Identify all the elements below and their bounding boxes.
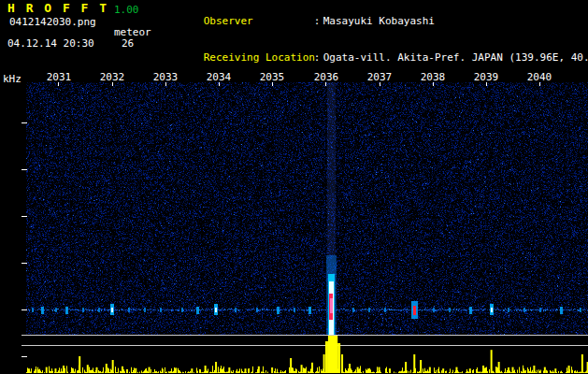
spectrogram-canvas	[0, 82, 588, 374]
app-title: H R O F F T	[7, 2, 108, 14]
info-label: Receiving Location	[204, 51, 314, 64]
info-value: Masayuki Kobayashi	[323, 15, 435, 27]
output-filename: 0412142030.png	[9, 16, 96, 28]
app-version: 1.00	[114, 4, 139, 16]
info-separator: :	[314, 15, 323, 27]
hrofft-screen: H R O F F T 1.00 0412142030.png meteor 0…	[0, 0, 588, 374]
info-label: Observer	[204, 15, 314, 27]
datetime-label: 04.12.14 20:30	[7, 37, 94, 50]
info-separator: :	[314, 51, 323, 64]
info-value: Ogata-vill. Akita-Pref. JAPAN (139.96E, …	[323, 51, 588, 64]
info-row-observer: Observer:Masayuki Kobayashi	[166, 3, 588, 39]
meteor-count: 26	[122, 37, 134, 50]
